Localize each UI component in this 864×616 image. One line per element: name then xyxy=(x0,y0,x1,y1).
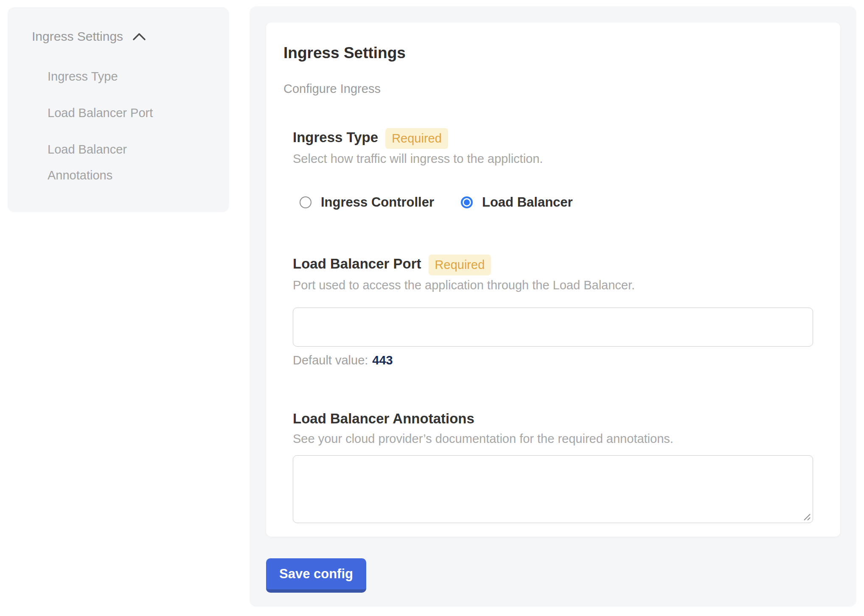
form-sections: Ingress Type Required Select how traffic… xyxy=(283,127,815,523)
sidebar-group-ingress-settings[interactable]: Ingress Settings xyxy=(32,28,212,45)
sidebar-item-list: Ingress Type Load Balancer Port Load Bal… xyxy=(32,64,212,188)
config-main-panel: Ingress Settings Configure Ingress Ingre… xyxy=(250,6,856,607)
radio-label-ingress-controller: Ingress Controller xyxy=(321,195,434,210)
sidebar-group-label: Ingress Settings xyxy=(32,28,123,45)
section-load-balancer-port: Load Balancer Port Required Port used to… xyxy=(293,253,815,367)
chevron-up-icon xyxy=(132,32,146,41)
config-nav-sidebar: Ingress Settings Ingress Type Load Balan… xyxy=(8,7,229,212)
required-badge: Required xyxy=(429,255,491,275)
sidebar-item-load-balancer-port[interactable]: Load Balancer Port xyxy=(48,100,188,126)
page-subtitle: Configure Ingress xyxy=(283,82,815,95)
section-load-balancer-annotations: Load Balancer Annotations See your cloud… xyxy=(293,410,815,523)
annotations-textarea-wrap xyxy=(293,455,813,523)
section-help-load-balancer-port: Port used to access the application thro… xyxy=(293,278,815,292)
default-value-label: Default value: xyxy=(293,353,368,367)
section-heading-load-balancer-port: Load Balancer Port xyxy=(293,255,421,273)
sidebar-item-ingress-type[interactable]: Ingress Type xyxy=(48,64,188,90)
sidebar-item-load-balancer-annotations[interactable]: Load Balancer Annotations xyxy=(48,137,188,188)
radio-selected-icon[interactable] xyxy=(461,196,473,208)
section-heading-ingress-type: Ingress Type xyxy=(293,129,378,146)
load-balancer-port-input[interactable] xyxy=(293,308,813,347)
resize-handle-icon[interactable] xyxy=(802,512,811,521)
required-badge: Required xyxy=(385,128,448,149)
load-balancer-annotations-textarea[interactable] xyxy=(293,455,813,523)
section-help-ingress-type: Select how traffic will ingress to the a… xyxy=(293,151,815,166)
radio-label-load-balancer: Load Balancer xyxy=(482,195,573,210)
page-title: Ingress Settings xyxy=(283,45,815,62)
radio-unselected-icon[interactable] xyxy=(300,196,311,208)
radio-option-ingress-controller[interactable]: Ingress Controller xyxy=(300,195,434,210)
section-heading-load-balancer-annotations: Load Balancer Annotations xyxy=(293,410,474,428)
radio-option-load-balancer[interactable]: Load Balancer xyxy=(461,195,573,210)
ingress-type-radio-group: Ingress Controller Load Balancer xyxy=(300,195,815,210)
section-help-load-balancer-annotations: See your cloud provider’s documentation … xyxy=(293,431,815,446)
ingress-settings-card: Ingress Settings Configure Ingress Ingre… xyxy=(266,22,840,537)
save-config-button[interactable]: Save config xyxy=(266,558,366,593)
default-value-row: Default value:443 xyxy=(293,353,815,367)
section-ingress-type: Ingress Type Required Select how traffic… xyxy=(293,127,815,210)
default-value-number: 443 xyxy=(372,353,393,367)
